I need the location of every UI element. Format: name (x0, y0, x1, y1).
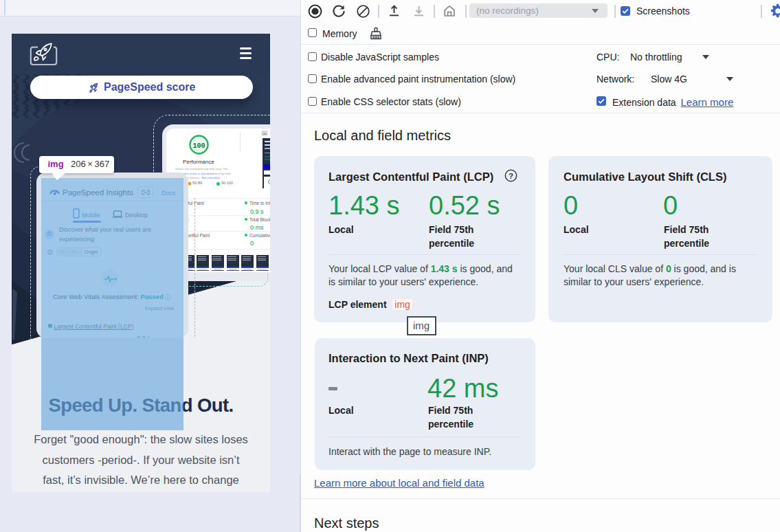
svg-text:?: ? (509, 172, 513, 180)
svg-text:100: 100 (192, 142, 205, 149)
